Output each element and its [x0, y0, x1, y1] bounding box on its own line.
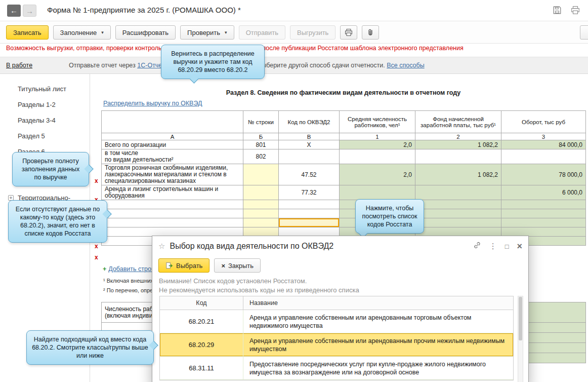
cell: 2: [415, 133, 501, 140]
sidebar-item-section-5[interactable]: Раздел 5: [0, 128, 90, 144]
table-letters-row: А Б В 1 2 3: [102, 133, 586, 140]
table-row: Всего по организации 801 Х 2,0 1 082,2 8…: [102, 140, 586, 149]
cell-okved-selected[interactable]: [279, 218, 340, 227]
cell: 3: [501, 133, 586, 140]
cell-avg-staff: 2,0: [340, 164, 415, 185]
callout-return-to-distribution: Вернитесь в распределение выручки и укаж…: [161, 45, 265, 79]
scrollbar[interactable]: [518, 296, 523, 382]
row-label-by-activity: в том числе по видам деятельности²: [102, 149, 243, 164]
save-icon[interactable]: [553, 6, 562, 15]
sidebar-item-sections-3-4[interactable]: Разделы 3-4: [0, 112, 90, 128]
sidebar-item-title-page[interactable]: Титульный лист: [0, 81, 90, 97]
cell-okved[interactable]: 47.52: [279, 164, 340, 185]
cell-line[interactable]: [243, 227, 279, 237]
callout-check-revenue: Проверьте полноту заполнения данных по в…: [12, 152, 89, 186]
cell-okved[interactable]: [279, 200, 340, 209]
cell-line[interactable]: [243, 209, 279, 218]
code-list: Код Название 68.20.21 Аренда и управлени…: [159, 296, 514, 380]
attachments-button[interactable]: [362, 25, 379, 40]
cell-activity-name[interactable]: Аренда и лизинг строительных машин и обо…: [102, 185, 243, 200]
delete-row-icon[interactable]: x: [95, 177, 101, 184]
col-header-turnover: Оборот, тыс руб: [501, 111, 586, 133]
cell: [415, 227, 501, 237]
save-button[interactable]: Записать: [6, 25, 49, 40]
plus-icon: +: [103, 265, 106, 273]
cell-line[interactable]: [243, 185, 279, 200]
col-header-name[interactable]: Название: [243, 299, 513, 307]
cell-line[interactable]: [243, 218, 279, 227]
forward-button[interactable]: →: [23, 5, 36, 17]
cell: Б: [243, 133, 279, 140]
status-prefix: Отправьте отчет через: [69, 62, 136, 69]
col-header-okved: Код по ОКВЭД2: [279, 111, 340, 133]
close-button[interactable]: × Закрыть: [214, 258, 261, 273]
cell: [340, 149, 415, 164]
unload-button[interactable]: Выгрузить: [290, 25, 335, 40]
cell: [415, 149, 501, 164]
cell-activity-name[interactable]: [102, 227, 243, 237]
all-methods-link[interactable]: Все способы: [387, 62, 424, 69]
code-value: 68.31.11: [160, 357, 243, 379]
cell-activity-name[interactable]: [102, 200, 243, 209]
callout-text: Вернитесь в распределение выручки и укаж…: [171, 50, 254, 73]
close-button-label: Закрыть: [228, 262, 254, 270]
add-row-link[interactable]: +Добавить строку: [103, 265, 157, 273]
add-row-label: Добавить строку: [108, 265, 157, 273]
printer-icon: [345, 28, 353, 36]
toolbar: Записать Заполнение▾ Расшифровать Провер…: [0, 21, 588, 44]
table-row: Аренда и лизинг строительных машин и обо…: [102, 185, 586, 200]
kebab-menu-icon[interactable]: ⋮: [489, 242, 497, 251]
page-title: Форма № 1-предприятие за 2025 г. (РОМАШК…: [47, 6, 241, 14]
status-bar: В работе Отправьте отчет через 1С-Отчетн…: [0, 57, 588, 74]
fill-button[interactable]: Заполнение▾: [53, 25, 111, 40]
callout-open-code-list: Нажмите, чтобы посмотреть список кодов Р…: [355, 199, 424, 234]
close-x-icon: ×: [221, 262, 225, 270]
sidebar-item-sections-1-2[interactable]: Разделы 1-2: [0, 97, 90, 112]
cell-activity-name[interactable]: Торговля розничная скобяными изделиями, …: [102, 164, 243, 185]
scrollbar-thumb[interactable]: [519, 297, 522, 340]
decipher-button[interactable]: Расшифровать: [115, 25, 176, 40]
col-header-payroll: Фонд начисленной заработной платы, тыс р…: [415, 111, 501, 133]
col-header-avg-staff: Средняя численность работников, чел¹: [340, 111, 415, 133]
print-button[interactable]: [340, 25, 357, 40]
cell-avg-staff: 2,0: [340, 140, 415, 149]
more-button[interactable]: [580, 25, 588, 40]
send-button[interactable]: Отправить: [239, 25, 285, 40]
cell-okved[interactable]: 77.32: [279, 185, 340, 200]
list-item-selected[interactable]: 68.20.29 Аренда и управление собственным…: [160, 333, 513, 357]
cell-turnover: 6 000,0: [501, 185, 586, 200]
close-icon[interactable]: ×: [517, 241, 522, 252]
col-header-code[interactable]: Код: [160, 296, 243, 310]
print-icon[interactable]: [571, 6, 580, 15]
delete-row-icon[interactable]: x: [95, 243, 101, 250]
cell-payroll: [415, 185, 501, 200]
cell-line: 802: [243, 149, 279, 164]
table-row: Торговля розничная скобяными изделиями, …: [102, 164, 586, 185]
delete-row-icon[interactable]: x: [95, 254, 101, 261]
back-button[interactable]: ←: [7, 5, 21, 17]
code-value: 68.20.21: [160, 310, 243, 333]
list-item[interactable]: 68.31.11 Предоставление посреднических у…: [160, 357, 513, 380]
cell: [415, 218, 501, 227]
cell: [501, 209, 586, 218]
report-state-link[interactable]: В работе: [6, 62, 32, 69]
cell: В: [279, 133, 340, 140]
maximize-icon[interactable]: □: [505, 243, 509, 250]
distribute-revenue-link[interactable]: Распределить выручку по ОКВЭД: [103, 100, 202, 107]
cell-activity-name[interactable]: [102, 218, 243, 227]
select-button[interactable]: Выбрать: [158, 258, 209, 273]
cell: 1: [340, 133, 415, 140]
cell-okved[interactable]: [279, 227, 340, 237]
list-item[interactable]: 68.20.21 Аренда и управление собственным…: [160, 310, 513, 333]
cell: [501, 218, 586, 227]
callout-text: Если отсутствуют данные по какому-то код…: [16, 206, 100, 237]
check-button[interactable]: Проверить▾: [180, 25, 234, 40]
link-icon[interactable]: [473, 241, 481, 251]
callout-text: Нажмите, чтобы посмотреть список кодов Р…: [362, 205, 417, 228]
favorite-star-icon[interactable]: ☆: [158, 242, 165, 251]
cell-activity-name[interactable]: [102, 209, 243, 218]
cell-line[interactable]: [243, 164, 279, 185]
cell-line[interactable]: [243, 200, 279, 209]
cell-okved[interactable]: [279, 209, 340, 218]
code-value: 68.20.29: [160, 333, 243, 356]
